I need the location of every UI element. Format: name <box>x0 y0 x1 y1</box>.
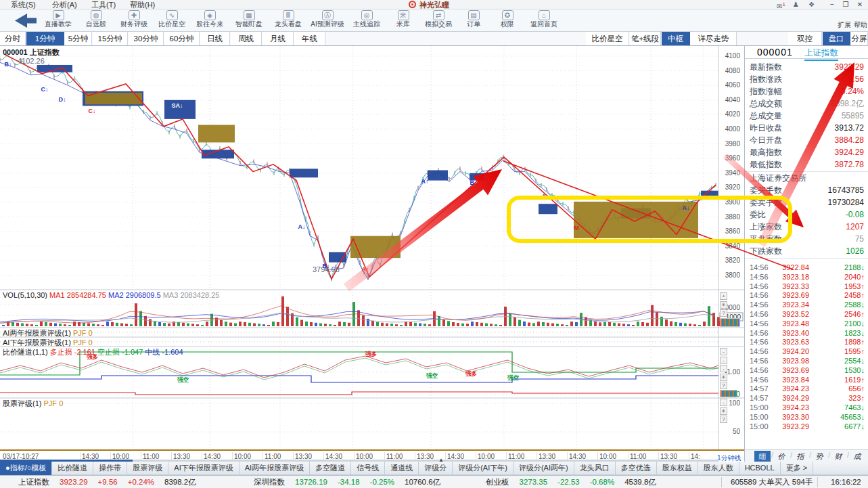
vol-help-button[interactable]: ? <box>720 309 727 317</box>
indicator-preview-thumbnail[interactable] <box>720 318 740 327</box>
main-chart[interactable]: 4100408040604040402040003980396039403920… <box>0 46 744 449</box>
tunnel-collapse-button[interactable]: - <box>720 365 727 372</box>
mail-icon[interactable]: ✉1 <box>777 0 785 9</box>
toolbar-item-leader-board[interactable]: Ⅲ龙头看盘 <box>269 10 308 31</box>
indicator-tab-评级分AI两年[interactable]: 评级分(AI两年) <box>513 462 574 475</box>
tick-price: 3923.33 <box>782 282 809 292</box>
vol-settings-button[interactable]: ✳ <box>720 301 727 309</box>
period-tab-30分钟[interactable]: 30分钟 <box>129 32 164 45</box>
toolbar-item-mainline-track[interactable]: ◎主线追踪 <box>347 10 386 31</box>
rating-collapse-button[interactable]: - <box>720 399 727 406</box>
menu-system[interactable]: 系统(S) <box>8 0 39 9</box>
tunnel-help-button[interactable]: ? <box>720 382 727 389</box>
indicator-tab-龙头风口[interactable]: 龙头风口 <box>574 462 616 475</box>
menu-tools[interactable]: 工具(T) <box>89 0 118 9</box>
period-tab-比价星空[interactable]: 比价星空 <box>586 32 629 45</box>
menu-analyze[interactable]: 分析(A) <box>49 0 80 9</box>
period-tab-中枢[interactable]: 中枢 <box>662 32 690 45</box>
tick-time: 15:00 <box>750 413 769 422</box>
mini-tab-成[interactable]: 成 <box>849 451 865 462</box>
rating-help-button[interactable]: ? <box>720 416 727 423</box>
volume-bar <box>561 324 564 326</box>
indicator-tab-通道线[interactable]: 通道线 <box>385 462 419 475</box>
indicator-tab-比价隧道[interactable]: 比价隧道 <box>52 462 93 475</box>
period-tab-盘口[interactable]: 盘口 <box>823 32 850 45</box>
mini-tab-势[interactable]: 势 <box>811 451 827 462</box>
period-tab-60分钟[interactable]: 60分钟 <box>164 32 200 45</box>
volume-bar <box>537 321 540 326</box>
mini-tab-细[interactable]: 细 <box>754 451 771 462</box>
period-tab-周线[interactable]: 周线 <box>231 32 262 45</box>
period-tab-分时[interactable]: 分时 <box>0 32 26 45</box>
tick-price: 3923.98 <box>782 357 809 366</box>
toolbar-item-live-teaching[interactable]: ▶直播教学 <box>39 10 78 31</box>
indicator-tab-多空优选[interactable]: 多空优选 <box>616 462 657 475</box>
tick-row: 14:563923.692458↑ <box>745 291 868 301</box>
tunnel-collapse-button[interactable]: - <box>720 348 727 355</box>
volume-bar <box>570 321 573 326</box>
toolbar-item-miku[interactable]: 米米库 <box>384 10 423 31</box>
restore-button[interactable]: ❐ <box>840 0 851 9</box>
tick-price: 3922.84 <box>782 263 809 273</box>
skin-icon[interactable]: ❖ <box>808 0 815 9</box>
indicator-tab-操作带[interactable]: 操作带 <box>93 462 127 475</box>
indicator-tab-指标模板[interactable]: ●指标/○模板 <box>0 462 52 475</box>
tunnel-collapse-button[interactable]: - <box>720 357 727 364</box>
toolbar-item-watchlist[interactable]: ◍自选股 <box>76 10 116 31</box>
status-trade-info: 605589 大单买入 594手 <box>731 476 813 488</box>
vol-add-button[interactable]: + <box>720 292 727 300</box>
period-tab-年线[interactable]: 年线 <box>294 32 325 45</box>
indicator-tab-股东权益[interactable]: 股东权益 <box>657 462 698 475</box>
minimize-button[interactable]: − <box>827 0 838 9</box>
toolbar-item-permissions[interactable]: ✪权限 <box>488 10 527 31</box>
period-tab-日线[interactable]: 日线 <box>200 32 230 45</box>
toolbar-item-price-compare-sky[interactable]: ∿比价星空 <box>152 10 191 31</box>
toolbar-item-back-home[interactable]: ⌂返回首页 <box>524 10 564 31</box>
info-row: 总成交量55895 <box>745 110 868 122</box>
indicator-tab-AI下年报股票评级[interactable]: AI下年报股票评级 <box>168 462 239 475</box>
indicator-tab-HCBOLL[interactable]: HCBOLL <box>739 462 781 475</box>
toolbar-item-finance-rating[interactable]: ✚财务评级 <box>114 10 154 31</box>
volume-bar <box>319 324 322 326</box>
stock-name[interactable]: 上证指数 <box>804 47 838 61</box>
mini-tab-财[interactable]: 财 <box>830 451 846 462</box>
indicator-tab-AI两年报股票评级[interactable]: AI两年报股票评级 <box>239 462 310 475</box>
back-button[interactable] <box>11 12 39 29</box>
period-tab-5分钟[interactable]: 5分钟 <box>65 32 92 45</box>
period-tab-15分钟[interactable]: 15分钟 <box>93 32 128 45</box>
rating-settings-button[interactable]: ✳ <box>720 407 727 415</box>
indicator-tab-评级分[interactable]: 评级分 <box>419 462 453 475</box>
exchange-row: 平盘家数75 <box>745 233 868 245</box>
tick-volume: 656↑ <box>848 384 865 394</box>
indicator-tab-信号线[interactable]: 信号线 <box>351 462 385 475</box>
tick-volume: 1595↑ <box>844 347 865 357</box>
indicator-tab-股东人数[interactable]: 股东人数 <box>698 462 739 475</box>
menu-help[interactable]: 帮助(H) <box>127 0 158 9</box>
tick-price: 3924.23 <box>782 403 809 413</box>
toolbar-item-sim-trade[interactable]: ⇄模拟交易 <box>419 10 458 31</box>
help-link[interactable]: 帮助 <box>854 20 867 30</box>
toolbar-item-stock-history[interactable]: ◈股往今来 <box>190 10 229 31</box>
period-tab-月线[interactable]: 月线 <box>262 32 294 45</box>
indicator-tab-更多[interactable]: 更多 > <box>781 462 813 475</box>
indicator-tab-股票评级[interactable]: 股票评级 <box>127 462 168 475</box>
indicator-tab-评级分AI下年[interactable]: 评级分(AI下年) <box>453 462 513 475</box>
indicator-preview-thumbnail[interactable] <box>720 390 737 397</box>
indicator-tab-多空隧道[interactable]: 多空隧道 <box>310 462 351 475</box>
tick-volume: 2546↑ <box>844 310 865 319</box>
mini-tab-价[interactable]: 价 <box>773 451 790 462</box>
period-tab-笔+线段[interactable]: 笔+线段 <box>630 32 661 45</box>
mini-tab-指[interactable]: 指 <box>792 451 808 462</box>
toolbar-item-smart-watch[interactable]: ▦智能盯盘 <box>229 10 269 31</box>
close-button[interactable]: ✕ <box>854 0 865 9</box>
rating-indicator-label: 股票评级(1) PJF 0 <box>3 399 63 409</box>
period-tab-1分钟[interactable]: 1分钟 <box>26 32 64 45</box>
period-tab-详尽走势[interactable]: 详尽走势 <box>691 32 737 45</box>
period-tab-分屏[interactable]: 分屏 <box>851 32 868 45</box>
toolbar-item-ai-predict-rating[interactable]: ⒶAI预测评级 <box>308 10 347 31</box>
extend-link[interactable]: 扩展 <box>838 20 851 30</box>
tunnel-settings-button[interactable]: ✳ <box>720 374 727 381</box>
mainline-track-icon: ◎ <box>361 10 373 20</box>
user-icon[interactable]: ♟ <box>793 0 799 9</box>
period-tab-双控[interactable]: 双控 <box>788 32 822 45</box>
